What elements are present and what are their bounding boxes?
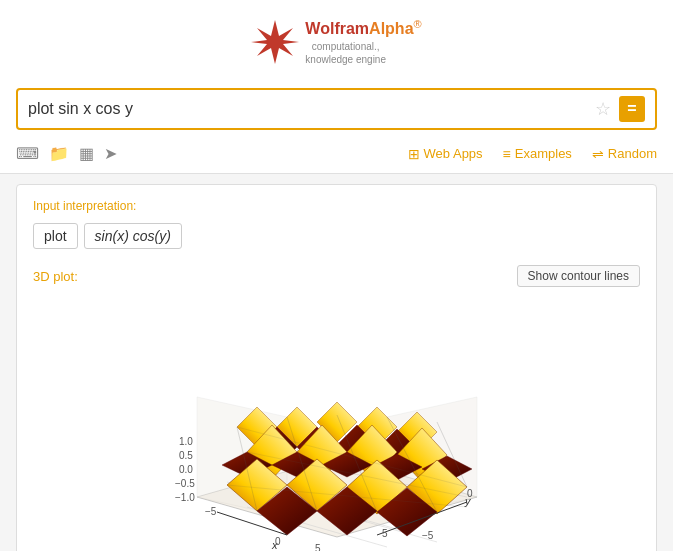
random-icon: ⇌ — [592, 146, 604, 162]
plot-box: plot — [33, 223, 78, 249]
svg-text:−1.0: −1.0 — [175, 492, 195, 503]
svg-text:0: 0 — [275, 536, 281, 547]
input-interpretation-label: Input interpretation: — [33, 199, 640, 213]
svg-text:0.0: 0.0 — [179, 464, 193, 475]
grid-icon[interactable]: ▦ — [79, 144, 94, 163]
examples-link[interactable]: ≡ Examples — [503, 146, 572, 162]
svg-marker-0 — [251, 20, 299, 64]
svg-text:5: 5 — [382, 528, 388, 539]
svg-text:−5: −5 — [422, 530, 434, 541]
examples-label: Examples — [515, 146, 572, 161]
main-content: Input interpretation: plot sin(x) cos(y)… — [0, 174, 673, 551]
search-bar: ☆ = — [16, 88, 657, 130]
logo-text: WolframAlpha® computational., knowledge … — [305, 18, 421, 66]
tagline: computational., knowledge engine — [305, 40, 386, 66]
svg-text:0: 0 — [467, 488, 473, 499]
math-icon[interactable]: ➤ — [104, 144, 117, 163]
web-apps-icon: ⊞ — [408, 146, 420, 162]
formula-box: sin(x) cos(y) — [84, 223, 182, 249]
alpha-label: Alpha — [369, 20, 413, 37]
search-icons: ☆ = — [595, 96, 645, 122]
plot-section-label: 3D plot: — [33, 269, 78, 284]
web-apps-label: Web Apps — [424, 146, 483, 161]
header: WolframAlpha® computational., knowledge … — [0, 0, 673, 80]
logo-title: WolframAlpha® — [305, 18, 421, 38]
web-apps-link[interactable]: ⊞ Web Apps — [408, 146, 483, 162]
wolfram-label: Wolfram — [305, 20, 369, 37]
interpretation-row: plot sin(x) cos(y) — [33, 223, 640, 249]
examples-icon: ≡ — [503, 146, 511, 162]
favorite-icon[interactable]: ☆ — [595, 98, 611, 120]
compute-button[interactable]: = — [619, 96, 645, 122]
result-card: Input interpretation: plot sin(x) cos(y)… — [16, 184, 657, 551]
toolbar-right: ⊞ Web Apps ≡ Examples ⇌ Random — [408, 146, 657, 162]
keyboard-icon[interactable]: ⌨ — [16, 144, 39, 163]
logo: WolframAlpha® computational., knowledge … — [251, 18, 421, 66]
svg-text:−0.5: −0.5 — [175, 478, 195, 489]
plot-header: 3D plot: Show contour lines — [33, 265, 640, 287]
toolbar: ⌨ 📁 ▦ ➤ ⊞ Web Apps ≡ Examples ⇌ Random — [0, 138, 673, 174]
3d-plot-svg: x −5 0 5 y 0 −5 5 1.0 0.5 0.0 −0.5 −1.0 — [157, 297, 517, 551]
random-link[interactable]: ⇌ Random — [592, 146, 657, 162]
svg-text:5: 5 — [315, 543, 321, 551]
toolbar-left: ⌨ 📁 ▦ ➤ — [16, 144, 117, 163]
random-label: Random — [608, 146, 657, 161]
search-bar-container: ☆ = — [0, 80, 673, 138]
show-contour-button[interactable]: Show contour lines — [517, 265, 640, 287]
svg-text:0.5: 0.5 — [179, 450, 193, 461]
svg-text:1.0: 1.0 — [179, 436, 193, 447]
plot-container: x −5 0 5 y 0 −5 5 1.0 0.5 0.0 −0.5 −1.0 — [33, 297, 640, 551]
wolfram-star-icon — [251, 18, 299, 66]
search-input[interactable] — [28, 100, 595, 118]
plot-section: 3D plot: Show contour lines — [33, 265, 640, 551]
svg-text:−5: −5 — [205, 506, 217, 517]
folder-icon[interactable]: 📁 — [49, 144, 69, 163]
